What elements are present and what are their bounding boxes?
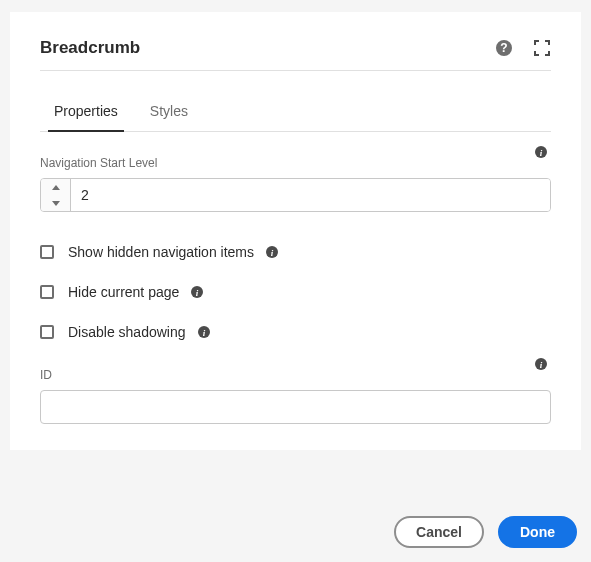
hide-current-checkbox[interactable] xyxy=(40,285,54,299)
nav-start-level-input-wrap xyxy=(40,178,551,212)
info-icon[interactable]: i xyxy=(198,326,210,338)
fullscreen-icon[interactable] xyxy=(533,39,551,57)
dialog-header: Breadcrumb ? xyxy=(40,38,551,71)
cancel-button[interactable]: Cancel xyxy=(394,516,484,548)
info-icon[interactable]: i xyxy=(191,286,203,298)
tab-properties[interactable]: Properties xyxy=(52,93,120,131)
id-group: i ID xyxy=(40,368,551,424)
tab-bar: Properties Styles xyxy=(40,93,551,132)
info-icon[interactable]: i xyxy=(266,246,278,258)
done-button[interactable]: Done xyxy=(498,516,577,548)
dialog-panel: Breadcrumb ? Properties Styles i Navigat… xyxy=(10,12,581,450)
info-icon[interactable]: i xyxy=(535,146,547,158)
hide-current-row: Hide current page i xyxy=(40,284,551,300)
nav-start-level-label: Navigation Start Level xyxy=(40,156,551,170)
show-hidden-checkbox[interactable] xyxy=(40,245,54,259)
nav-start-level-input[interactable] xyxy=(71,179,550,211)
dialog-footer: Cancel Done xyxy=(394,516,577,548)
svg-text:?: ? xyxy=(500,41,507,55)
disable-shadow-row: Disable shadowing i xyxy=(40,324,551,340)
help-icon[interactable]: ? xyxy=(495,39,513,57)
form-body: i Navigation Start Level Show hidden nav… xyxy=(40,132,551,424)
show-hidden-row: Show hidden navigation items i xyxy=(40,244,551,260)
step-down-icon[interactable] xyxy=(41,195,70,211)
info-icon[interactable]: i xyxy=(535,358,547,370)
tab-styles[interactable]: Styles xyxy=(148,93,190,131)
disable-shadow-label: Disable shadowing xyxy=(68,324,186,340)
disable-shadow-checkbox[interactable] xyxy=(40,325,54,339)
show-hidden-label: Show hidden navigation items xyxy=(68,244,254,260)
id-input[interactable] xyxy=(40,390,551,424)
header-icon-group: ? xyxy=(495,39,551,57)
dialog-title: Breadcrumb xyxy=(40,38,140,58)
step-up-icon[interactable] xyxy=(41,179,70,195)
id-label: ID xyxy=(40,368,551,382)
number-stepper xyxy=(41,179,71,211)
hide-current-label: Hide current page xyxy=(68,284,179,300)
nav-start-level-group: i Navigation Start Level xyxy=(40,156,551,212)
